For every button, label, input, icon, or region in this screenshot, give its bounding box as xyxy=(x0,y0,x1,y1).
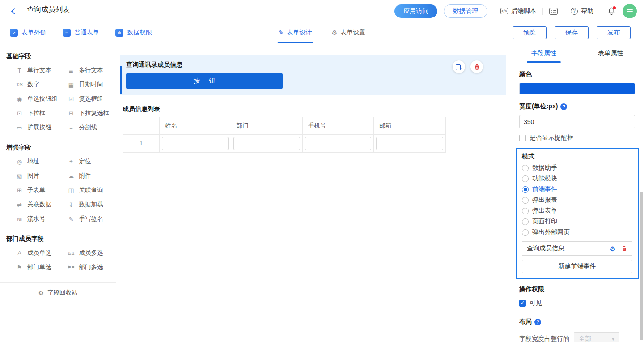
color-swatch[interactable] xyxy=(519,83,635,94)
user-avatar[interactable] xyxy=(623,4,637,18)
properties-tab[interactable]: 字段属性 xyxy=(510,43,577,63)
width-input[interactable] xyxy=(519,115,635,128)
radio-icon[interactable] xyxy=(522,229,529,236)
field-type-item[interactable]: ◎ 地址 xyxy=(6,154,58,169)
field-type-item[interactable]: ♙♙ 成员多选 xyxy=(58,246,110,260)
reminder-checkbox-row[interactable]: 是否显示提醒框 xyxy=(519,134,635,142)
member-single-icon: ♙ xyxy=(15,250,23,256)
field-type-item[interactable]: ♙ 成员单选 xyxy=(6,246,58,260)
toolbar-action-button[interactable]: 保存 xyxy=(555,26,589,39)
toolbar-link[interactable]: ≡ 普通表单 xyxy=(63,29,99,37)
mode-option-label: 弹出表单 xyxy=(532,207,557,215)
field-width-select[interactable]: 全部 ▼ xyxy=(574,332,619,342)
app-access-button[interactable]: 应用访问 xyxy=(394,4,437,18)
notification-dot xyxy=(613,6,616,9)
mode-radio-option[interactable]: 前端事件 xyxy=(522,184,632,195)
layout-title: 布局 xyxy=(519,318,532,326)
mode-radio-option[interactable]: 页面打印 xyxy=(522,216,632,227)
field-type-label: 下拉框 xyxy=(27,109,46,117)
properties-tab-label: 表单属性 xyxy=(598,49,623,57)
dropdown-icon: ⊡ xyxy=(15,110,23,117)
mode-radio-option[interactable]: 弹出外部网页 xyxy=(522,227,632,238)
header-actions: 应用访问 数据管理 </> 后端脚本 ? 帮助 xyxy=(394,4,637,18)
mode-radio-option[interactable]: 弹出报表 xyxy=(522,195,632,205)
field-type-label: 成员多选 xyxy=(79,249,103,257)
notification-bell-button[interactable] xyxy=(606,6,616,16)
radio-icon[interactable] xyxy=(522,165,529,171)
event-delete-trash-icon[interactable] xyxy=(621,245,627,252)
table-cell-input[interactable] xyxy=(376,137,443,150)
visible-checkbox[interactable] xyxy=(519,300,526,307)
delete-field-button[interactable] xyxy=(470,60,483,73)
member-info-table: 姓名 部门 手机号 邮箱 1 xyxy=(123,117,446,153)
copy-field-button[interactable] xyxy=(453,60,465,73)
field-type-item[interactable]: ☁ 附件 xyxy=(58,169,110,183)
toolbar-link[interactable]: ↗ 表单外链 xyxy=(10,29,47,37)
field-type-item[interactable]: ↧ 数据加载 xyxy=(58,197,110,212)
field-type-item[interactable]: ⚑ 部门单选 xyxy=(6,260,58,274)
mode-option-label: 页面打印 xyxy=(532,218,557,226)
field-type-item[interactable]: ☑ 复选框组 xyxy=(58,92,110,106)
visible-checkbox-row[interactable]: 可见 xyxy=(519,299,635,307)
mode-option-label: 数据助手 xyxy=(532,164,557,172)
field-type-item[interactable]: T 单行文本 xyxy=(6,63,58,77)
app-header: 查询成员列表 应用访问 数据管理 </> 后端脚本 ? 帮助 xyxy=(0,0,644,22)
field-type-label: 关联查询 xyxy=(79,186,103,194)
designer-tab[interactable]: ✎ 表单设计 xyxy=(279,22,312,43)
properties-tab[interactable]: 表单属性 xyxy=(577,43,644,63)
form-design-canvas: 查询通讯录成员信息 按 钮 成员信息列表 姓名 部门 手机号 xyxy=(116,43,510,342)
field-type-item[interactable]: ▭ 扩展按钮 xyxy=(6,120,58,135)
id-card-button[interactable] xyxy=(549,8,558,15)
frontend-event-item[interactable]: 查询成员信息 ⚙ xyxy=(522,241,632,256)
field-type-item[interactable]: ⊟ 下拉复选框 xyxy=(58,106,110,120)
radio-icon[interactable] xyxy=(522,197,529,204)
new-frontend-event-button[interactable]: 新建前端事件 xyxy=(522,260,632,273)
layout-help-icon[interactable]: ? xyxy=(534,319,541,325)
reminder-checkbox[interactable] xyxy=(519,135,526,141)
radio-icon[interactable] xyxy=(522,186,529,193)
radio-icon[interactable] xyxy=(522,218,529,225)
designer-tab[interactable]: ⚙ 表单设置 xyxy=(332,22,366,43)
table-cell-input[interactable] xyxy=(233,137,300,150)
field-type-item[interactable]: ⌖ 定位 xyxy=(58,154,110,169)
field-type-item[interactable]: ≣ 多行文本 xyxy=(58,63,110,77)
field-type-item[interactable]: ▧ 图片 xyxy=(6,169,58,183)
mode-radio-option[interactable]: 数据助手 xyxy=(522,162,632,173)
field-type-item[interactable]: ≡ 分割线 xyxy=(58,120,110,135)
backend-script-button[interactable]: </> 后端脚本 xyxy=(500,7,536,15)
field-type-item[interactable]: ◉ 单选按钮组 xyxy=(6,92,58,106)
field-type-item[interactable]: ⚑⚑ 部门多选 xyxy=(58,260,110,274)
field-recycle-bin-button[interactable]: ♻ 字段回收站 xyxy=(0,282,116,303)
field-type-item[interactable]: ⊡ 下拉框 xyxy=(6,106,58,120)
field-type-item[interactable]: ▦ 日期时间 xyxy=(58,77,110,92)
extend-button-icon: ▭ xyxy=(15,124,23,131)
width-help-icon[interactable]: ? xyxy=(560,103,567,110)
back-button[interactable] xyxy=(8,5,21,17)
field-type-item[interactable]: ✎ 手写签名 xyxy=(58,212,110,226)
field-type-label: 关联数据 xyxy=(27,201,51,209)
member-multi-icon: ♙♙ xyxy=(67,251,75,256)
toolbar-link[interactable]: ılı 数据权限 xyxy=(115,29,152,37)
form-action-button[interactable]: 按 钮 xyxy=(126,73,283,89)
field-type-item[interactable]: № 流水号 xyxy=(6,212,58,226)
panel-scrollbar-thumb[interactable] xyxy=(640,192,643,340)
radio-icon[interactable] xyxy=(522,175,529,182)
reminder-label: 是否显示提醒框 xyxy=(530,134,573,142)
selected-button-field[interactable]: 查询通讯录成员信息 按 钮 xyxy=(120,55,506,95)
table-cell-input[interactable] xyxy=(162,137,229,150)
toolbar-action-button[interactable]: 发布 xyxy=(597,26,631,39)
field-type-item[interactable]: ⊞ 子表单 xyxy=(6,183,58,197)
field-type-item[interactable]: ⇄ 关联数据 xyxy=(6,197,58,212)
field-type-item[interactable]: 123 数字 xyxy=(6,77,58,92)
mode-radio-option[interactable]: 功能模块 xyxy=(522,173,632,184)
help-button[interactable]: ? 帮助 xyxy=(571,7,593,15)
radio-icon[interactable] xyxy=(522,208,529,214)
field-type-item[interactable]: ◫ 关联查询 xyxy=(58,183,110,197)
table-cell-input[interactable] xyxy=(305,137,372,150)
event-settings-gear-icon[interactable]: ⚙ xyxy=(610,245,616,252)
mode-radio-option[interactable]: 弹出表单 xyxy=(522,205,632,216)
toolbar-action-button[interactable]: 预览 xyxy=(513,26,547,39)
data-manage-button[interactable]: 数据管理 xyxy=(444,4,487,18)
page-title[interactable]: 查询成员列表 xyxy=(27,5,70,17)
permission-title: 操作权限 xyxy=(519,286,635,294)
